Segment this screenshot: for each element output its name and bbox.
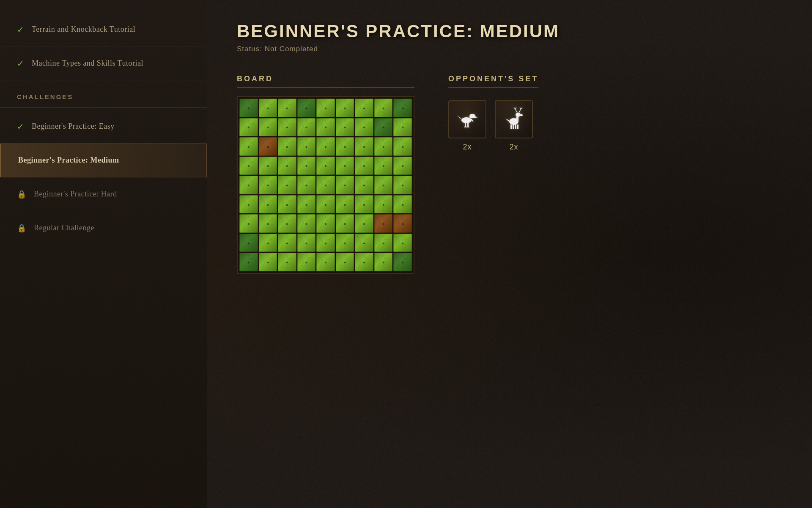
- board-cell: [393, 253, 412, 271]
- game-board: [237, 96, 414, 274]
- raptor-icon: [455, 107, 480, 132]
- sidebar-item-label: Machine Types and Skills Tutorial: [32, 58, 143, 68]
- svg-rect-8: [466, 127, 469, 127]
- board-cell: [259, 99, 277, 117]
- piece-1-count: 2x: [463, 143, 472, 152]
- board-cell: [278, 176, 296, 194]
- board-cell: [374, 234, 393, 252]
- lock-icon: 🔒: [17, 224, 26, 233]
- opponent-piece-1: 2x: [448, 100, 486, 152]
- board-cell: [259, 195, 277, 214]
- svg-rect-7: [464, 127, 467, 127]
- board-cell: [259, 253, 277, 271]
- svg-marker-4: [457, 115, 461, 119]
- sidebar-item-label: Beginner's Practice: Hard: [34, 189, 117, 199]
- check-icon: ✓: [17, 25, 24, 35]
- board-cell: [297, 253, 316, 271]
- board-cell: [336, 234, 354, 252]
- check-icon: ✓: [17, 121, 24, 132]
- opponent-pieces: 2x: [448, 100, 538, 152]
- sidebar-item-regular-challenge[interactable]: 🔒 Regular Challenge: [0, 211, 207, 245]
- board-cell: [316, 176, 335, 194]
- board-cell: [278, 253, 296, 271]
- board-cell: [336, 253, 354, 271]
- sidebar-item-machine-types[interactable]: ✓ Machine Types and Skills Tutorial: [0, 47, 207, 80]
- svg-rect-20: [510, 124, 512, 129]
- svg-point-0: [461, 117, 472, 123]
- board-cell: [239, 253, 258, 271]
- board-cell: [278, 157, 296, 175]
- piece-icon-2: [495, 100, 533, 138]
- board-cell: [239, 157, 258, 175]
- board-cell: [239, 99, 258, 117]
- board-cell: [259, 176, 277, 194]
- board-cell: [355, 118, 373, 137]
- svg-marker-24: [505, 119, 509, 122]
- board-cell: [336, 118, 354, 137]
- opponent-piece-2: 2x: [495, 100, 533, 152]
- board-cell: [297, 118, 316, 137]
- board-cell: [316, 195, 335, 214]
- opponent-section-title: OPPONENT'S SET: [448, 75, 538, 88]
- svg-marker-3: [474, 116, 478, 118]
- board-cell: [374, 195, 393, 214]
- board-section-title: BOARD: [237, 75, 414, 88]
- board-cell: [297, 176, 316, 194]
- lock-icon: 🔒: [17, 190, 26, 199]
- board-cell: [336, 137, 354, 156]
- board-cell: [393, 234, 412, 252]
- status-value: Not Completed: [265, 45, 318, 53]
- board-cell: [278, 195, 296, 214]
- board-cell: [278, 118, 296, 137]
- svg-line-17: [519, 109, 521, 113]
- svg-point-12: [516, 113, 521, 117]
- board-cell: [239, 214, 258, 233]
- board-cell: [336, 214, 354, 233]
- board-cell: [393, 118, 412, 137]
- board-cell: [297, 99, 316, 117]
- piece-2-count: 2x: [509, 143, 518, 152]
- board-cell: [336, 157, 354, 175]
- board-cell: [355, 234, 373, 252]
- content-row: BOARD OPPONENT'S SET: [237, 75, 782, 274]
- board-cell: [355, 195, 373, 214]
- board-cell: [374, 99, 393, 117]
- svg-rect-5: [465, 123, 466, 127]
- board-cell: [239, 137, 258, 156]
- board-cell: [355, 137, 373, 156]
- opponent-section: OPPONENT'S SET: [448, 75, 538, 152]
- status-text: Status: Not Completed: [237, 45, 782, 53]
- board-cell: [316, 99, 335, 117]
- board-cell: [374, 214, 393, 233]
- sidebar-item-beginners-easy[interactable]: ✓ Beginner's Practice: Easy: [0, 110, 207, 144]
- svg-rect-22: [515, 124, 516, 129]
- sidebar-item-beginners-hard[interactable]: 🔒 Beginner's Practice: Hard: [0, 177, 207, 211]
- board-cell: [297, 214, 316, 233]
- svg-rect-6: [467, 123, 469, 127]
- board-cell: [355, 176, 373, 194]
- board-cell: [316, 157, 335, 175]
- board-cell: [259, 234, 277, 252]
- svg-line-14: [515, 109, 517, 113]
- status-label: Status:: [237, 45, 265, 53]
- board-cell: [278, 137, 296, 156]
- sidebar-item-terrain-knockback[interactable]: ✓ Terrain and Knockback Tutorial: [0, 13, 207, 47]
- sidebar-item-beginners-medium[interactable]: Beginner's Practice: Medium: [0, 144, 207, 177]
- board-cell: [316, 118, 335, 137]
- board-cell: [393, 137, 412, 156]
- sidebar-item-label: Terrain and Knockback Tutorial: [32, 25, 135, 34]
- svg-line-16: [515, 108, 516, 109]
- challenges-section-header: CHALLENGES: [0, 80, 207, 108]
- board-cell: [393, 176, 412, 194]
- board-cell: [374, 118, 393, 137]
- board-cell: [316, 137, 335, 156]
- board-cell: [355, 253, 373, 271]
- board-cell: [297, 195, 316, 214]
- board-cell: [336, 176, 354, 194]
- sidebar-item-label: Regular Challenge: [34, 223, 94, 233]
- board-cell: [259, 157, 277, 175]
- board-cell: [374, 253, 393, 271]
- board-cell: [259, 137, 277, 156]
- board-cell: [355, 99, 373, 117]
- deer-machine-icon: [501, 107, 527, 132]
